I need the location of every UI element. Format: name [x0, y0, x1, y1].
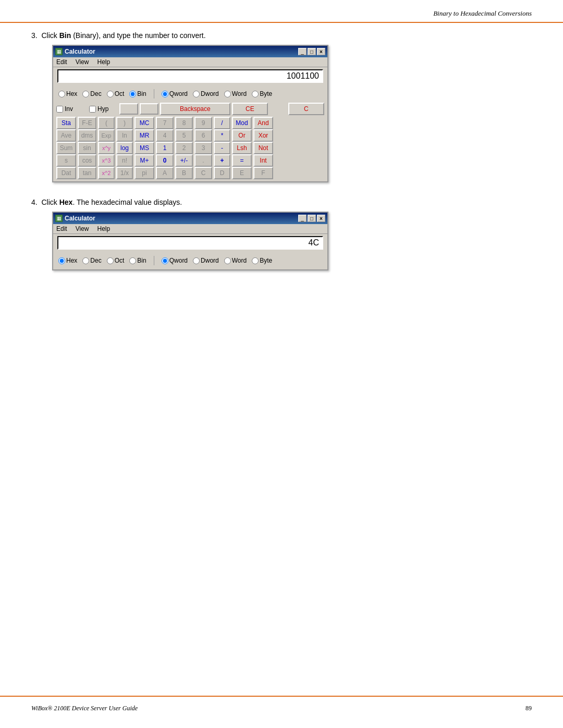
- menu-help-2[interactable]: Help: [97, 225, 110, 232]
- fe-button[interactable]: F-E: [78, 117, 96, 129]
- hex-radio[interactable]: Hex: [58, 90, 77, 97]
- divide-button[interactable]: /: [214, 117, 230, 129]
- and-button[interactable]: And: [253, 117, 273, 129]
- app-icon-2: ▦: [55, 215, 63, 222]
- or-button[interactable]: Or: [232, 129, 252, 142]
- 6-button[interactable]: 6: [194, 129, 212, 142]
- exp-button[interactable]: Exp: [98, 129, 115, 142]
- fact-button[interactable]: n!: [116, 154, 133, 167]
- pi-button[interactable]: pi: [134, 167, 154, 179]
- window-title-1: Calculator: [65, 48, 95, 55]
- 5-button[interactable]: 5: [175, 129, 193, 142]
- hyp-checkbox[interactable]: [89, 106, 96, 113]
- 1-button[interactable]: 1: [156, 142, 174, 154]
- qword-radio-2[interactable]: Qword: [162, 257, 188, 264]
- open-paren-button[interactable]: (: [98, 117, 115, 129]
- int-button[interactable]: Int: [253, 154, 273, 167]
- 2-button[interactable]: 2: [175, 142, 193, 154]
- restore-button[interactable]: □: [308, 48, 316, 55]
- oct-radio[interactable]: Oct: [107, 90, 125, 97]
- byte-radio[interactable]: Byte: [252, 90, 272, 97]
- radio-area-1: Hex Dec Oct Bin Qword: [53, 87, 327, 101]
- hyp-checkbox-label[interactable]: Hyp: [89, 105, 118, 113]
- b-button[interactable]: B: [175, 167, 193, 179]
- 9-button[interactable]: 9: [194, 117, 212, 129]
- mod-button[interactable]: Mod: [232, 117, 252, 129]
- dword-radio[interactable]: Dword: [193, 90, 219, 97]
- minimize-button-2[interactable]: _: [298, 215, 307, 222]
- log-button[interactable]: log: [116, 142, 133, 154]
- multiply-button[interactable]: *: [214, 129, 230, 142]
- reciprocal-button[interactable]: 1/x: [116, 167, 133, 179]
- mr-button[interactable]: MR: [134, 129, 154, 142]
- c-hex-button[interactable]: C: [194, 167, 212, 179]
- backspace-button[interactable]: Backspace: [160, 103, 230, 115]
- menu-edit[interactable]: Edit: [56, 58, 67, 66]
- ce-button[interactable]: CE: [232, 103, 268, 115]
- oct-radio-2[interactable]: Oct: [107, 257, 125, 264]
- s-button[interactable]: s: [56, 154, 76, 167]
- c-button[interactable]: C: [288, 103, 324, 115]
- cos-button[interactable]: cos: [78, 154, 96, 167]
- close-paren-button[interactable]: ): [116, 117, 133, 129]
- bin-radio[interactable]: Bin: [129, 90, 146, 97]
- d-button[interactable]: D: [214, 167, 230, 179]
- radio-separator-2: [154, 256, 154, 265]
- menu-view[interactable]: View: [76, 58, 89, 66]
- x2-button[interactable]: x^2: [98, 167, 115, 179]
- restore-button-2[interactable]: □: [308, 215, 316, 222]
- mplus-button[interactable]: M+: [134, 154, 154, 167]
- xy-button[interactable]: x^y: [98, 142, 115, 154]
- equals-button[interactable]: =: [232, 154, 252, 167]
- word-radio[interactable]: Word: [224, 90, 247, 97]
- mode-radios: Hex Dec Oct Bin Qword: [56, 88, 324, 100]
- 0-button[interactable]: 0: [156, 154, 174, 167]
- titlebar-left-2: ▦ Calculator: [55, 215, 95, 222]
- 8-button[interactable]: 8: [175, 117, 193, 129]
- sum-button[interactable]: Sum: [56, 142, 76, 154]
- menu-help[interactable]: Help: [97, 58, 110, 66]
- decimal-button[interactable]: .: [194, 154, 212, 167]
- word-size-group-2: Qword Dword Word Byte: [162, 257, 273, 264]
- mc-button[interactable]: MC: [134, 117, 154, 129]
- sta-button[interactable]: Sta: [56, 117, 76, 129]
- display-screen-1: 1001100: [57, 69, 323, 83]
- plus-button[interactable]: +: [214, 154, 230, 167]
- hex-radio-2[interactable]: Hex: [58, 257, 77, 264]
- dms-button[interactable]: dms: [78, 129, 96, 142]
- byte-radio-2[interactable]: Byte: [252, 257, 272, 264]
- tan-button[interactable]: tan: [78, 167, 96, 179]
- xor-button[interactable]: Xor: [253, 129, 273, 142]
- dec-radio-2[interactable]: Dec: [82, 257, 101, 264]
- inv-checkbox-label[interactable]: Inv: [56, 105, 88, 113]
- lsh-button[interactable]: Lsh: [232, 142, 252, 154]
- menu-view-2[interactable]: View: [76, 225, 89, 232]
- dat-button[interactable]: Dat: [56, 167, 76, 179]
- 3-button[interactable]: 3: [194, 142, 212, 154]
- dec-radio[interactable]: Dec: [82, 90, 101, 97]
- sin-button[interactable]: sin: [78, 142, 96, 154]
- ave-button[interactable]: Ave: [56, 129, 76, 142]
- ms-button[interactable]: MS: [134, 142, 154, 154]
- titlebar-buttons: _ □ ×: [298, 48, 325, 55]
- 7-button[interactable]: 7: [156, 117, 174, 129]
- bin-radio-2[interactable]: Bin: [129, 257, 146, 264]
- x3-button[interactable]: x^3: [98, 154, 115, 167]
- not-button[interactable]: Not: [253, 142, 273, 154]
- minus-button[interactable]: -: [214, 142, 230, 154]
- ln-button[interactable]: ln: [116, 129, 133, 142]
- qword-radio[interactable]: Qword: [162, 90, 188, 97]
- f-button[interactable]: F: [253, 167, 273, 179]
- close-button-2[interactable]: ×: [317, 215, 325, 222]
- footer-right: 89: [525, 705, 532, 712]
- minimize-button[interactable]: _: [298, 48, 307, 55]
- inv-checkbox[interactable]: [56, 106, 63, 113]
- a-button[interactable]: A: [156, 167, 174, 179]
- e-button[interactable]: E: [232, 167, 252, 179]
- menu-edit-2[interactable]: Edit: [56, 225, 67, 232]
- close-button[interactable]: ×: [317, 48, 325, 55]
- 4-button[interactable]: 4: [156, 129, 174, 142]
- word-radio-2[interactable]: Word: [224, 257, 247, 264]
- dword-radio-2[interactable]: Dword: [193, 257, 219, 264]
- plusminus-button[interactable]: +/-: [175, 154, 193, 167]
